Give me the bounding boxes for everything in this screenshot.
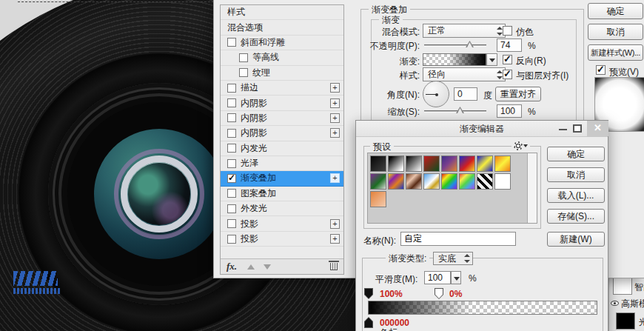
gradient-preset-blue-red-yellow[interactable] [459, 156, 475, 172]
style-row[interactable]: 投影+ [221, 216, 343, 231]
eye-icon[interactable] [611, 301, 619, 306]
gradient-preset-black-to-white[interactable] [406, 156, 422, 172]
style-row-checkbox[interactable] [239, 68, 248, 77]
gradient-preset-transparent[interactable] [494, 173, 511, 190]
smoothness-value[interactable]: 100 [424, 271, 451, 284]
dither-checkbox[interactable] [503, 26, 512, 36]
minimize-icon[interactable] [559, 129, 567, 130]
preview-checkbox[interactable] [596, 65, 606, 75]
reset-align-button[interactable]: 重置对齐 [495, 87, 541, 101]
opacity-slider-track[interactable] [424, 44, 486, 47]
opacity-value[interactable]: 74 [497, 39, 522, 52]
scale-slider-track[interactable] [424, 110, 486, 113]
gradient-swatch[interactable] [423, 53, 486, 66]
style-row[interactable]: 光泽 [221, 156, 343, 171]
gradient-preset-fill [371, 156, 386, 171]
style-row-checkbox[interactable] [227, 159, 236, 168]
gradient-preset-blue-yellow-blue[interactable] [477, 156, 493, 172]
gradient-preset-copper[interactable] [406, 173, 422, 190]
style-row[interactable]: 内阴影+ [221, 111, 343, 126]
selection-ants [18, 1, 218, 2]
style-row-checkbox[interactable] [227, 144, 236, 153]
gradient-preset-yellow-violet-orange-blue[interactable] [388, 173, 404, 190]
presets-scrollbar[interactable] [527, 153, 537, 223]
reverse-checkbox[interactable] [503, 55, 512, 64]
ok-button[interactable]: 确定 [588, 3, 643, 19]
style-row-checkbox[interactable] [227, 129, 236, 138]
add-effect-button[interactable]: + [330, 234, 340, 244]
style-row-checkbox[interactable] [227, 204, 236, 213]
style-row-checkbox[interactable] [227, 38, 236, 47]
add-effect-button[interactable]: + [330, 219, 340, 229]
style-row[interactable]: 内发光 [221, 141, 343, 156]
gradient-preset-black-white-stripes[interactable] [477, 173, 493, 190]
style-row[interactable]: 投影+ [221, 232, 343, 247]
gradient-preset-violet-green[interactable] [370, 173, 386, 190]
style-row[interactable]: 图案叠加 [221, 187, 343, 201]
gradient-preset-black-to-transparent[interactable] [388, 156, 404, 172]
style-row-checkbox[interactable] [227, 84, 236, 93]
gradient-preset-transparent-orange[interactable] [370, 191, 386, 207]
gradient-editor-titlebar[interactable]: 渐变编辑器 ✕ [356, 121, 608, 137]
style-row-checkbox[interactable] [227, 113, 236, 122]
gradient-picker-arrow[interactable] [486, 53, 497, 66]
style-row[interactable]: 内阴影+ [221, 96, 343, 110]
style-row[interactable]: 斜面和浮雕 [221, 36, 343, 50]
gradient-preset-red-to-green[interactable] [423, 156, 440, 172]
style-row-checkbox[interactable] [239, 53, 248, 62]
cancel-button[interactable]: 取消 [588, 24, 643, 40]
gaussian-blur-label[interactable]: 高斯模糊 [621, 298, 644, 310]
gradient-preset-chrome-gold[interactable] [423, 173, 440, 190]
move-up-icon[interactable] [247, 264, 255, 270]
smoothness-dropdown-arrow[interactable] [451, 271, 461, 284]
layer-thumbnail[interactable] [616, 312, 635, 330]
add-effect-button[interactable]: + [330, 113, 340, 123]
new-style-button[interactable]: 新建样式(W)... [588, 44, 643, 61]
align-checkbox[interactable] [503, 70, 512, 79]
load-button[interactable]: 载入(L)... [547, 188, 605, 203]
add-effect-button[interactable]: + [330, 173, 340, 183]
style-row[interactable]: 内阴影+ [221, 126, 343, 141]
add-effect-button[interactable]: + [330, 83, 340, 93]
gradient-preview-bar[interactable] [368, 301, 597, 315]
gradient-name-input[interactable] [400, 232, 516, 246]
style-row-checkbox[interactable] [227, 235, 236, 244]
style-row[interactable]: 样式 [221, 5, 343, 20]
style-row[interactable]: 混合选项 [221, 20, 343, 35]
editor-cancel-button[interactable]: 取消 [547, 167, 605, 182]
style-row-checkbox[interactable] [227, 174, 236, 183]
style-row[interactable]: 外发光 [221, 201, 343, 216]
style-row[interactable]: 等高线 [221, 50, 343, 65]
style-row-checkbox[interactable] [227, 219, 236, 228]
trash-icon[interactable] [330, 263, 338, 270]
style-row[interactable]: 描边+ [221, 81, 343, 96]
angle-dial[interactable] [423, 81, 449, 107]
style-row-checkbox[interactable] [227, 98, 236, 107]
gradient-preset-transparent-rainbow[interactable] [459, 173, 475, 190]
close-icon[interactable]: ✕ [587, 121, 608, 136]
smart-filter-thumbnail[interactable] [613, 278, 632, 295]
style-select[interactable]: 径向 [423, 67, 506, 81]
style-row[interactable]: 纹理 [221, 66, 343, 81]
add-effect-button[interactable]: + [330, 98, 340, 108]
gradient-type-select[interactable]: 实底 [433, 252, 473, 265]
fx-icon[interactable]: fx. [227, 261, 237, 273]
maximize-icon[interactable] [573, 124, 582, 133]
new-gradient-button[interactable]: 新建(W) [547, 232, 605, 247]
save-button[interactable]: 存储(S)... [547, 209, 605, 224]
move-down-icon[interactable] [264, 264, 271, 270]
gradient-preset-violet-to-orange[interactable] [441, 156, 457, 172]
angle-value[interactable]: 0 [454, 87, 477, 101]
editor-ok-button[interactable]: 确定 [547, 147, 605, 161]
add-effect-button[interactable]: + [330, 128, 340, 138]
scale-value[interactable]: 100 [497, 104, 522, 118]
presets-grid [369, 155, 528, 208]
gradient-preset-orange-yellow-orange[interactable] [494, 156, 511, 172]
presets-menu[interactable] [511, 141, 530, 152]
gradient-type-value: 实底 [438, 253, 456, 264]
style-row[interactable]: 渐变叠加+ [221, 171, 343, 186]
blend-mode-select[interactable]: 正常 [423, 24, 506, 38]
gradient-preset-spectrum[interactable] [441, 173, 457, 190]
style-row-checkbox[interactable] [227, 189, 236, 198]
gradient-preset-black-to-dark[interactable] [370, 156, 386, 172]
